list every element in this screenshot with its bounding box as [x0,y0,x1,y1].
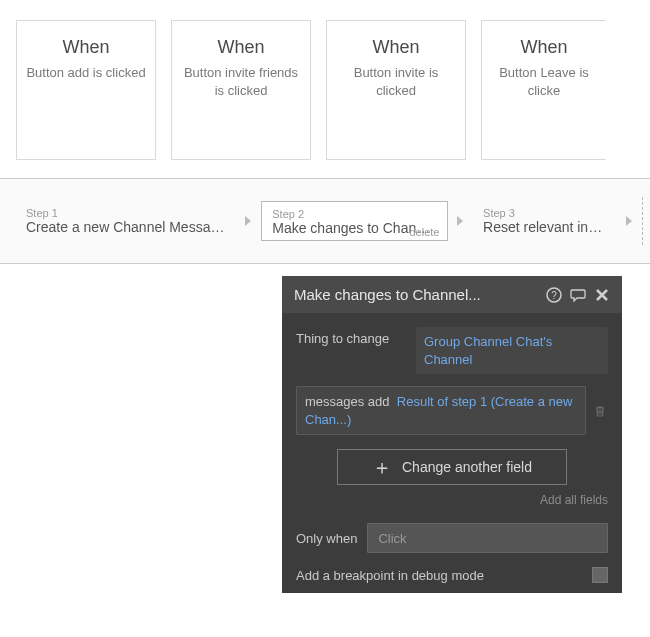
svg-text:?: ? [551,290,557,301]
add-step-placeholder[interactable] [642,197,650,245]
workflow-step[interactable]: Step 3 Reset relevant inputs [473,201,618,241]
event-card[interactable]: When Button add is clicked [16,20,156,160]
properties-panel: Make changes to Channel... ? Thing to ch… [282,276,622,593]
change-another-field-label: Change another field [402,459,532,475]
thing-to-change-row: Thing to change Group Channel Chat's Cha… [296,327,608,374]
add-all-fields-link[interactable]: Add all fields [296,493,608,507]
thing-to-change-label: Thing to change [296,327,416,346]
step-title: Reset relevant inputs [483,219,608,235]
close-icon[interactable] [594,287,610,303]
help-icon[interactable]: ? [546,287,562,303]
panel-body: Thing to change Group Channel Chat's Cha… [282,313,622,593]
event-desc: Button Leave is clicke [490,64,598,99]
arrow-right-icon [448,215,473,227]
breakpoint-checkbox[interactable] [592,567,608,583]
event-card[interactable]: When Button Leave is clicke [481,20,606,160]
event-title: When [25,37,147,58]
event-title: When [335,37,457,58]
field-change-row: messages add Result of step 1 (Create a … [296,386,608,435]
field-action-text: messages add [305,394,390,409]
workflow-step[interactable]: Step 1 Create a new Channel Message... [16,201,237,241]
only-when-input[interactable] [367,523,608,553]
step-number: Step 3 [483,207,608,219]
panel-title: Make changes to Channel... [294,286,546,303]
workflow-step-active[interactable]: Step 2 Make changes to Channel... delete [261,201,448,241]
comment-icon[interactable] [570,287,586,303]
event-title: When [490,37,598,58]
arrow-right-icon [618,215,643,227]
panel-header[interactable]: Make changes to Channel... ? [282,276,622,313]
thing-to-change-value[interactable]: Group Channel Chat's Channel [416,327,608,374]
trash-icon[interactable] [592,403,608,419]
arrow-right-icon [237,215,262,227]
event-desc: Button invite is clicked [335,64,457,99]
step-delete-link[interactable]: delete [409,226,439,238]
event-desc: Button invite friends is clicked [180,64,302,99]
field-change-box[interactable]: messages add Result of step 1 (Create a … [296,386,586,435]
event-desc: Button add is clicked [25,64,147,82]
only-when-label: Only when [296,531,357,546]
event-title: When [180,37,302,58]
step-number: Step 1 [26,207,227,219]
events-row: When Button add is clicked When Button i… [0,0,650,160]
only-when-row: Only when [296,523,608,553]
breakpoint-row: Add a breakpoint in debug mode [296,567,608,583]
workflow-strip: Step 1 Create a new Channel Message... S… [0,178,650,264]
change-another-field-button[interactable]: ＋ Change another field [337,449,567,485]
breakpoint-label: Add a breakpoint in debug mode [296,568,484,583]
event-card[interactable]: When Button invite friends is clicked [171,20,311,160]
event-card[interactable]: When Button invite is clicked [326,20,466,160]
step-title: Create a new Channel Message... [26,219,227,235]
step-number: Step 2 [272,208,437,220]
